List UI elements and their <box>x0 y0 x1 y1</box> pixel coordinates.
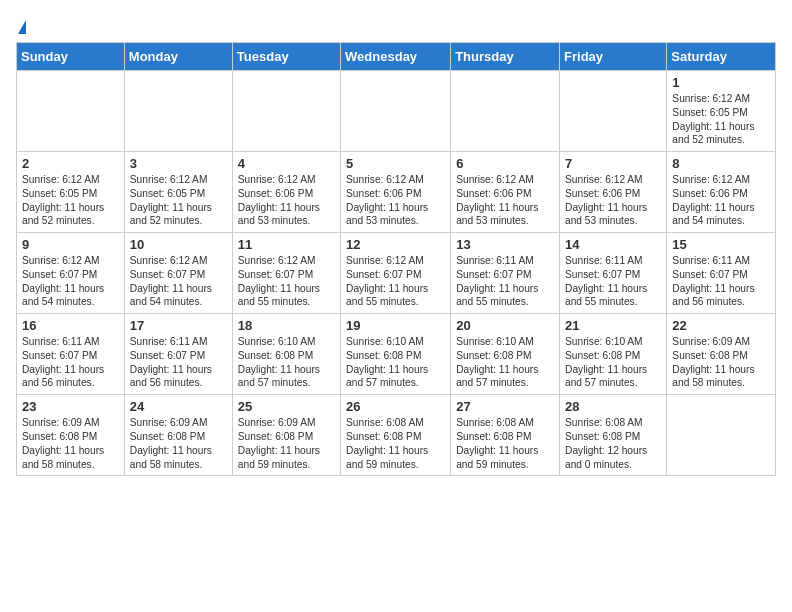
calendar-day-28: 28Sunrise: 6:08 AM Sunset: 6:08 PM Dayli… <box>560 395 667 476</box>
calendar-empty-cell <box>667 395 776 476</box>
day-info: Sunrise: 6:09 AM Sunset: 6:08 PM Dayligh… <box>22 417 104 469</box>
day-number: 5 <box>346 156 445 171</box>
col-header-wednesday: Wednesday <box>341 43 451 71</box>
col-header-tuesday: Tuesday <box>232 43 340 71</box>
logo <box>16 20 26 34</box>
day-info: Sunrise: 6:09 AM Sunset: 6:08 PM Dayligh… <box>672 336 754 388</box>
day-info: Sunrise: 6:11 AM Sunset: 6:07 PM Dayligh… <box>565 255 647 307</box>
day-number: 6 <box>456 156 554 171</box>
calendar-day-26: 26Sunrise: 6:08 AM Sunset: 6:08 PM Dayli… <box>341 395 451 476</box>
calendar-day-25: 25Sunrise: 6:09 AM Sunset: 6:08 PM Dayli… <box>232 395 340 476</box>
calendar-day-20: 20Sunrise: 6:10 AM Sunset: 6:08 PM Dayli… <box>451 314 560 395</box>
day-number: 4 <box>238 156 335 171</box>
calendar-day-13: 13Sunrise: 6:11 AM Sunset: 6:07 PM Dayli… <box>451 233 560 314</box>
day-info: Sunrise: 6:09 AM Sunset: 6:08 PM Dayligh… <box>130 417 212 469</box>
col-header-friday: Friday <box>560 43 667 71</box>
col-header-monday: Monday <box>124 43 232 71</box>
day-number: 18 <box>238 318 335 333</box>
day-number: 1 <box>672 75 770 90</box>
calendar-week-row: 9Sunrise: 6:12 AM Sunset: 6:07 PM Daylig… <box>17 233 776 314</box>
day-info: Sunrise: 6:12 AM Sunset: 6:06 PM Dayligh… <box>238 174 320 226</box>
day-number: 11 <box>238 237 335 252</box>
day-number: 21 <box>565 318 661 333</box>
calendar-empty-cell <box>124 71 232 152</box>
day-info: Sunrise: 6:12 AM Sunset: 6:07 PM Dayligh… <box>238 255 320 307</box>
day-number: 12 <box>346 237 445 252</box>
day-number: 26 <box>346 399 445 414</box>
calendar-day-12: 12Sunrise: 6:12 AM Sunset: 6:07 PM Dayli… <box>341 233 451 314</box>
day-info: Sunrise: 6:12 AM Sunset: 6:05 PM Dayligh… <box>672 93 754 145</box>
day-info: Sunrise: 6:12 AM Sunset: 6:06 PM Dayligh… <box>346 174 428 226</box>
day-number: 23 <box>22 399 119 414</box>
calendar-empty-cell <box>17 71 125 152</box>
day-number: 8 <box>672 156 770 171</box>
calendar-day-23: 23Sunrise: 6:09 AM Sunset: 6:08 PM Dayli… <box>17 395 125 476</box>
day-number: 10 <box>130 237 227 252</box>
day-number: 3 <box>130 156 227 171</box>
day-info: Sunrise: 6:12 AM Sunset: 6:07 PM Dayligh… <box>22 255 104 307</box>
calendar-day-2: 2Sunrise: 6:12 AM Sunset: 6:05 PM Daylig… <box>17 152 125 233</box>
day-info: Sunrise: 6:12 AM Sunset: 6:06 PM Dayligh… <box>456 174 538 226</box>
day-number: 17 <box>130 318 227 333</box>
day-info: Sunrise: 6:12 AM Sunset: 6:05 PM Dayligh… <box>22 174 104 226</box>
calendar-week-row: 23Sunrise: 6:09 AM Sunset: 6:08 PM Dayli… <box>17 395 776 476</box>
col-header-sunday: Sunday <box>17 43 125 71</box>
calendar-day-21: 21Sunrise: 6:10 AM Sunset: 6:08 PM Dayli… <box>560 314 667 395</box>
day-info: Sunrise: 6:11 AM Sunset: 6:07 PM Dayligh… <box>130 336 212 388</box>
day-number: 7 <box>565 156 661 171</box>
calendar-header-row: SundayMondayTuesdayWednesdayThursdayFrid… <box>17 43 776 71</box>
day-info: Sunrise: 6:12 AM Sunset: 6:07 PM Dayligh… <box>130 255 212 307</box>
day-number: 20 <box>456 318 554 333</box>
calendar-day-3: 3Sunrise: 6:12 AM Sunset: 6:05 PM Daylig… <box>124 152 232 233</box>
day-info: Sunrise: 6:12 AM Sunset: 6:06 PM Dayligh… <box>672 174 754 226</box>
day-number: 28 <box>565 399 661 414</box>
calendar-day-27: 27Sunrise: 6:08 AM Sunset: 6:08 PM Dayli… <box>451 395 560 476</box>
day-info: Sunrise: 6:10 AM Sunset: 6:08 PM Dayligh… <box>346 336 428 388</box>
calendar-day-17: 17Sunrise: 6:11 AM Sunset: 6:07 PM Dayli… <box>124 314 232 395</box>
calendar-day-1: 1Sunrise: 6:12 AM Sunset: 6:05 PM Daylig… <box>667 71 776 152</box>
day-number: 19 <box>346 318 445 333</box>
calendar-day-7: 7Sunrise: 6:12 AM Sunset: 6:06 PM Daylig… <box>560 152 667 233</box>
day-info: Sunrise: 6:09 AM Sunset: 6:08 PM Dayligh… <box>238 417 320 469</box>
calendar-week-row: 1Sunrise: 6:12 AM Sunset: 6:05 PM Daylig… <box>17 71 776 152</box>
day-number: 2 <box>22 156 119 171</box>
calendar-empty-cell <box>451 71 560 152</box>
calendar-day-10: 10Sunrise: 6:12 AM Sunset: 6:07 PM Dayli… <box>124 233 232 314</box>
calendar-day-24: 24Sunrise: 6:09 AM Sunset: 6:08 PM Dayli… <box>124 395 232 476</box>
day-info: Sunrise: 6:08 AM Sunset: 6:08 PM Dayligh… <box>565 417 647 469</box>
calendar-day-22: 22Sunrise: 6:09 AM Sunset: 6:08 PM Dayli… <box>667 314 776 395</box>
calendar-day-8: 8Sunrise: 6:12 AM Sunset: 6:06 PM Daylig… <box>667 152 776 233</box>
day-info: Sunrise: 6:08 AM Sunset: 6:08 PM Dayligh… <box>346 417 428 469</box>
day-info: Sunrise: 6:11 AM Sunset: 6:07 PM Dayligh… <box>456 255 538 307</box>
day-number: 24 <box>130 399 227 414</box>
logo-triangle-icon <box>18 20 26 34</box>
calendar-day-6: 6Sunrise: 6:12 AM Sunset: 6:06 PM Daylig… <box>451 152 560 233</box>
col-header-thursday: Thursday <box>451 43 560 71</box>
day-info: Sunrise: 6:12 AM Sunset: 6:06 PM Dayligh… <box>565 174 647 226</box>
calendar-day-9: 9Sunrise: 6:12 AM Sunset: 6:07 PM Daylig… <box>17 233 125 314</box>
calendar-day-16: 16Sunrise: 6:11 AM Sunset: 6:07 PM Dayli… <box>17 314 125 395</box>
day-info: Sunrise: 6:10 AM Sunset: 6:08 PM Dayligh… <box>565 336 647 388</box>
calendar-day-19: 19Sunrise: 6:10 AM Sunset: 6:08 PM Dayli… <box>341 314 451 395</box>
day-number: 9 <box>22 237 119 252</box>
day-number: 13 <box>456 237 554 252</box>
calendar-table: SundayMondayTuesdayWednesdayThursdayFrid… <box>16 42 776 476</box>
day-info: Sunrise: 6:12 AM Sunset: 6:05 PM Dayligh… <box>130 174 212 226</box>
calendar-week-row: 2Sunrise: 6:12 AM Sunset: 6:05 PM Daylig… <box>17 152 776 233</box>
calendar-day-18: 18Sunrise: 6:10 AM Sunset: 6:08 PM Dayli… <box>232 314 340 395</box>
calendar-day-5: 5Sunrise: 6:12 AM Sunset: 6:06 PM Daylig… <box>341 152 451 233</box>
day-info: Sunrise: 6:11 AM Sunset: 6:07 PM Dayligh… <box>22 336 104 388</box>
day-info: Sunrise: 6:12 AM Sunset: 6:07 PM Dayligh… <box>346 255 428 307</box>
calendar-day-11: 11Sunrise: 6:12 AM Sunset: 6:07 PM Dayli… <box>232 233 340 314</box>
day-number: 25 <box>238 399 335 414</box>
calendar-empty-cell <box>341 71 451 152</box>
calendar-week-row: 16Sunrise: 6:11 AM Sunset: 6:07 PM Dayli… <box>17 314 776 395</box>
calendar-day-4: 4Sunrise: 6:12 AM Sunset: 6:06 PM Daylig… <box>232 152 340 233</box>
day-number: 16 <box>22 318 119 333</box>
day-info: Sunrise: 6:10 AM Sunset: 6:08 PM Dayligh… <box>238 336 320 388</box>
day-info: Sunrise: 6:08 AM Sunset: 6:08 PM Dayligh… <box>456 417 538 469</box>
day-info: Sunrise: 6:10 AM Sunset: 6:08 PM Dayligh… <box>456 336 538 388</box>
day-number: 27 <box>456 399 554 414</box>
calendar-empty-cell <box>560 71 667 152</box>
header <box>16 16 776 34</box>
